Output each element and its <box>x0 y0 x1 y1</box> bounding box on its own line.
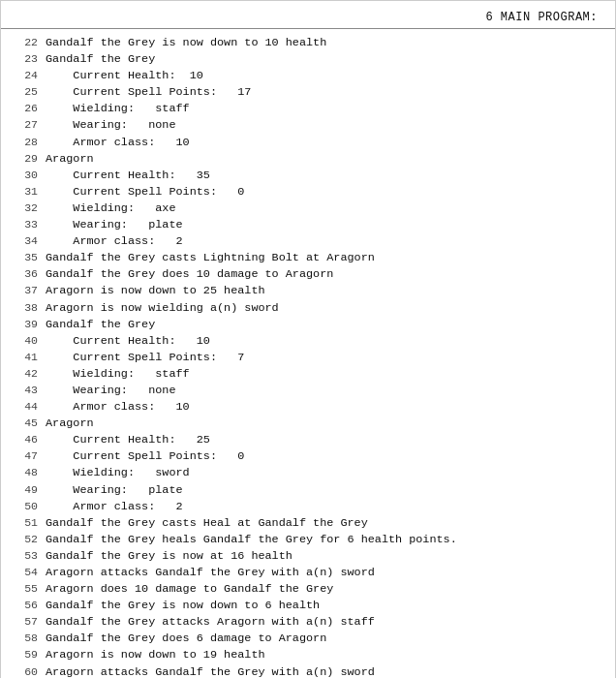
header-title: 6 MAIN PROGRAM: <box>485 11 598 24</box>
line-content: Wearing: plate <box>46 217 183 233</box>
line-number: 31 <box>11 184 38 200</box>
line-content: Gandalf the Grey casts Heal at Gandalf t… <box>46 515 368 532</box>
line-number: 23 <box>11 51 38 68</box>
page: 6 MAIN PROGRAM: 22Gandalf the Grey is no… <box>0 0 616 678</box>
line-number: 47 <box>11 448 38 465</box>
table-row: 35Gandalf the Grey casts Lightning Bolt … <box>11 250 605 266</box>
line-number: 45 <box>11 416 38 432</box>
line-number: 33 <box>11 217 38 233</box>
line-content: Armor class: 10 <box>46 135 190 151</box>
line-number: 34 <box>11 233 38 250</box>
table-row: 36Gandalf the Grey does 10 damage to Ara… <box>11 266 605 283</box>
line-content: Gandalf the Grey is now down to 10 healt… <box>46 35 326 51</box>
table-row: 45Aragorn <box>11 416 605 432</box>
line-number: 57 <box>11 614 38 631</box>
table-row: 55Aragorn does 10 damage to Gandalf the … <box>11 581 605 598</box>
line-content: Wearing: plate <box>46 482 183 499</box>
line-number: 51 <box>11 515 38 532</box>
table-row: 54Aragorn attacks Gandalf the Grey with … <box>11 565 605 581</box>
line-number: 36 <box>11 266 38 283</box>
line-number: 44 <box>11 399 38 416</box>
line-content: Wearing: none <box>46 117 176 134</box>
line-number: 50 <box>11 499 38 515</box>
table-row: 30 Current Health: 35 <box>11 168 605 184</box>
line-content: Gandalf the Grey is now down to 6 health <box>46 598 320 614</box>
page-header: 6 MAIN PROGRAM: <box>1 9 615 29</box>
line-number: 56 <box>11 598 38 614</box>
table-row: 22Gandalf the Grey is now down to 10 hea… <box>11 35 605 51</box>
line-number: 32 <box>11 200 38 217</box>
table-row: 47 Current Spell Points: 0 <box>11 448 605 465</box>
line-content: Aragorn is now down to 25 health <box>46 283 265 299</box>
line-number: 35 <box>11 250 38 266</box>
line-content: Wearing: none <box>46 383 176 399</box>
line-content: Wielding: sword <box>46 465 190 481</box>
line-content: Aragorn <box>46 416 94 432</box>
table-row: 29Aragorn <box>11 151 605 168</box>
line-number: 26 <box>11 101 38 117</box>
table-row: 51Gandalf the Grey casts Heal at Gandalf… <box>11 515 605 532</box>
table-row: 23Gandalf the Grey <box>11 51 605 68</box>
line-content: Gandalf the Grey does 6 damage to Aragor… <box>46 631 326 647</box>
line-content: Current Spell Points: 0 <box>46 184 244 200</box>
line-number: 48 <box>11 465 38 481</box>
line-content: Armor class: 10 <box>46 399 190 416</box>
line-number: 27 <box>11 117 38 134</box>
line-number: 54 <box>11 565 38 581</box>
line-content: Gandalf the Grey casts Lightning Bolt at… <box>46 250 375 266</box>
line-content: Aragorn attacks Gandalf the Grey with a(… <box>46 664 375 678</box>
table-row: 46 Current Health: 25 <box>11 432 605 448</box>
line-number: 55 <box>11 581 38 598</box>
line-number: 60 <box>11 664 38 678</box>
line-number: 49 <box>11 482 38 499</box>
line-number: 53 <box>11 548 38 565</box>
table-row: 41 Current Spell Points: 7 <box>11 350 605 366</box>
line-number: 30 <box>11 168 38 184</box>
line-number: 39 <box>11 317 38 333</box>
line-number: 43 <box>11 383 38 399</box>
line-content: Gandalf the Grey attacks Aragorn with a(… <box>46 614 375 631</box>
table-row: 24 Current Health: 10 <box>11 68 605 84</box>
line-content: Gandalf the Grey does 10 damage to Arago… <box>46 266 333 283</box>
table-row: 58Gandalf the Grey does 6 damage to Arag… <box>11 631 605 647</box>
line-number: 25 <box>11 84 38 101</box>
table-row: 43 Wearing: none <box>11 383 605 399</box>
table-row: 57Gandalf the Grey attacks Aragorn with … <box>11 614 605 631</box>
table-row: 60Aragorn attacks Gandalf the Grey with … <box>11 664 605 678</box>
line-number: 22 <box>11 35 38 51</box>
line-number: 38 <box>11 300 38 317</box>
line-number: 37 <box>11 283 38 299</box>
line-content: Aragorn <box>46 151 94 168</box>
table-row: 44 Armor class: 10 <box>11 399 605 416</box>
table-row: 26 Wielding: staff <box>11 101 605 117</box>
line-content: Current Health: 10 <box>46 333 210 350</box>
line-content: Current Spell Points: 7 <box>46 350 244 366</box>
line-number: 28 <box>11 135 38 151</box>
line-number: 42 <box>11 366 38 383</box>
table-row: 34 Armor class: 2 <box>11 233 605 250</box>
table-row: 49 Wearing: plate <box>11 482 605 499</box>
line-content: Gandalf the Grey heals Gandalf the Grey … <box>46 532 457 548</box>
line-content: Current Health: 25 <box>46 432 210 448</box>
table-row: 25 Current Spell Points: 17 <box>11 84 605 101</box>
line-number: 24 <box>11 68 38 84</box>
table-row: 50 Armor class: 2 <box>11 499 605 515</box>
line-content: Current Spell Points: 17 <box>46 84 251 101</box>
code-area: 22Gandalf the Grey is now down to 10 hea… <box>1 33 615 678</box>
line-content: Gandalf the Grey <box>46 51 155 68</box>
table-row: 56Gandalf the Grey is now down to 6 heal… <box>11 598 605 614</box>
line-number: 29 <box>11 151 38 168</box>
line-number: 40 <box>11 333 38 350</box>
line-content: Armor class: 2 <box>46 233 183 250</box>
line-content: Aragorn is now wielding a(n) sword <box>46 300 279 317</box>
line-content: Aragorn is now down to 19 health <box>46 647 265 663</box>
table-row: 48 Wielding: sword <box>11 465 605 481</box>
table-row: 33 Wearing: plate <box>11 217 605 233</box>
table-row: 40 Current Health: 10 <box>11 333 605 350</box>
line-content: Current Health: 35 <box>46 168 210 184</box>
table-row: 39Gandalf the Grey <box>11 317 605 333</box>
line-number: 58 <box>11 631 38 647</box>
table-row: 28 Armor class: 10 <box>11 135 605 151</box>
line-content: Wielding: staff <box>46 101 190 117</box>
line-number: 41 <box>11 350 38 366</box>
